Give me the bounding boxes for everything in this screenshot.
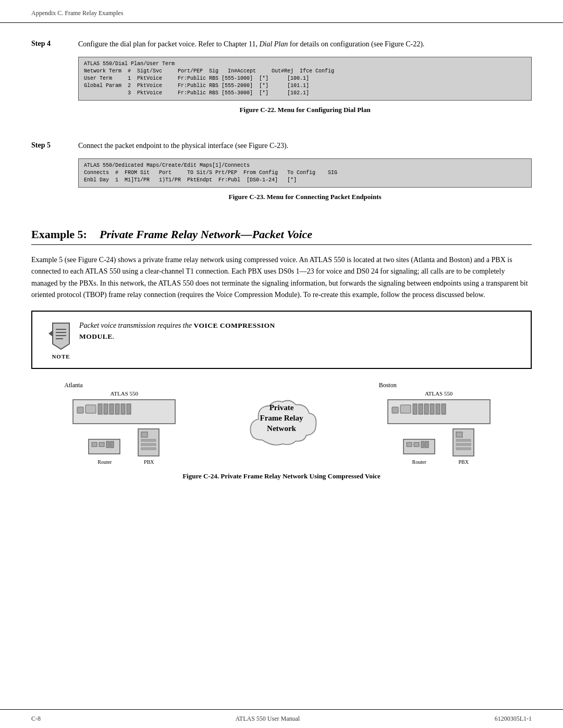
- step-5-caption: Figure C-23. Menu for Connecting Packet …: [78, 192, 532, 202]
- router-svg-boston: [402, 437, 436, 458]
- figure-c24-caption: Figure C-24. Private Frame Relay Network…: [31, 472, 532, 480]
- diagram-area: Atlanta ATLAS 550: [31, 381, 532, 465]
- atlas-550-device-atlanta: [72, 399, 176, 426]
- note-icon: [47, 322, 75, 353]
- svg-rect-26: [392, 407, 398, 413]
- page: Appendix C. Frame Relay Examples Step 4 …: [0, 0, 563, 728]
- atlanta-router-label: Router: [97, 459, 112, 465]
- atlanta-pbx: PBX: [137, 428, 161, 465]
- svg-rect-42: [456, 443, 471, 446]
- step-4-row: Step 4 Configure the dial plan for packe…: [31, 39, 532, 126]
- svg-rect-21: [141, 432, 148, 437]
- main-content: Step 4 Configure the dial plan for packe…: [0, 23, 563, 728]
- svg-rect-12: [115, 404, 119, 414]
- svg-rect-19: [111, 441, 114, 448]
- note-strong1: VOICE COMPRESSION: [193, 322, 275, 329]
- example-label: Example 5:: [31, 228, 87, 241]
- atlanta-pbx-label: PBX: [144, 459, 154, 465]
- step-4-terminal: ATLAS 550/Dial Plan/User Term Network Te…: [78, 57, 532, 101]
- boston-sub-devices: Router PBX: [402, 428, 475, 465]
- boston-pbx: PBX: [452, 428, 475, 465]
- page-footer: C-8 ATLAS 550 User Manual 61200305L1-1: [0, 709, 563, 728]
- example-heading: Example 5: Private Frame Relay Network—P…: [31, 228, 532, 245]
- cloud-area: PrivateFrame RelayNetwork: [235, 381, 328, 434]
- site-atlanta: Atlanta ATLAS 550: [59, 381, 189, 465]
- page-header: Appendix C. Frame Relay Examples: [0, 0, 563, 23]
- note-text: Packet voice transmission requires the V…: [79, 320, 520, 343]
- svg-rect-33: [442, 404, 446, 414]
- site-boston-atlas-label: ATLAS 550: [425, 390, 452, 397]
- step-4-caption: Figure C-22. Menu for Configuring Dial P…: [78, 105, 532, 115]
- step-5-content: Connect the packet endpoint to the physi…: [78, 140, 532, 213]
- svg-rect-41: [456, 439, 471, 441]
- svg-rect-31: [430, 404, 434, 414]
- note-strong2: MODULE: [79, 332, 113, 340]
- svg-rect-23: [141, 443, 156, 446]
- footer-left: C-8: [31, 715, 41, 723]
- note-box: NOTE Packet voice transmission requires …: [31, 311, 532, 369]
- cloud-text: PrivateFrame RelayNetwork: [260, 402, 303, 434]
- step-4-content: Configure the dial plan for packet voice…: [78, 39, 532, 126]
- svg-rect-29: [419, 404, 423, 414]
- svg-rect-22: [141, 439, 156, 441]
- svg-rect-9: [98, 404, 102, 414]
- boston-router-label: Router: [412, 459, 426, 465]
- svg-rect-36: [414, 442, 419, 447]
- svg-rect-32: [436, 404, 440, 414]
- svg-rect-40: [456, 432, 462, 437]
- step-5-row: Step 5 Connect the packet endpoint to th…: [31, 140, 532, 213]
- site-boston: Boston ATLAS 550: [374, 381, 504, 465]
- svg-marker-5: [48, 330, 53, 337]
- svg-rect-16: [92, 442, 97, 447]
- atlanta-sub-devices: Router PBX: [88, 428, 161, 465]
- pbx-svg-atlanta: [137, 428, 161, 458]
- note-text-before: Packet voice transmission requires the: [79, 322, 193, 329]
- step-4-label: Step 4: [31, 39, 78, 48]
- boston-pbx-label: PBX: [458, 459, 468, 465]
- svg-rect-13: [121, 404, 125, 414]
- svg-rect-38: [425, 441, 429, 448]
- note-icon-area: NOTE: [43, 320, 79, 360]
- svg-rect-37: [421, 441, 424, 448]
- site-atlanta-city: Atlanta: [64, 381, 82, 389]
- svg-rect-18: [106, 441, 109, 448]
- example-title: Private Frame Relay Network—Packet Voice: [100, 228, 312, 241]
- pbx-svg-boston: [452, 428, 475, 458]
- svg-rect-14: [127, 404, 131, 414]
- note-label: NOTE: [52, 353, 70, 360]
- svg-rect-8: [85, 405, 96, 413]
- svg-rect-43: [456, 448, 471, 450]
- svg-rect-10: [104, 404, 108, 414]
- step-5-text: Connect the packet endpoint to the physi…: [78, 142, 288, 150]
- site-boston-city: Boston: [379, 381, 397, 389]
- example-body: Example 5 (see Figure C-24) shows a priv…: [31, 254, 532, 301]
- note-text-after: .: [113, 332, 115, 340]
- atlanta-router: Router: [88, 437, 121, 465]
- svg-rect-7: [77, 407, 83, 413]
- footer-center: ATLAS 550 User Manual: [236, 715, 300, 723]
- boston-router: Router: [402, 437, 436, 465]
- step-5-terminal: ATLAS 550/Dedicated Maps/Create/Edit Map…: [78, 158, 532, 188]
- atlas-550-device-boston: [387, 399, 491, 426]
- site-atlanta-atlas-label: ATLAS 550: [111, 390, 138, 397]
- svg-rect-35: [407, 442, 412, 447]
- header-text: Appendix C. Frame Relay Examples: [31, 9, 123, 17]
- svg-rect-30: [424, 404, 429, 414]
- svg-rect-24: [141, 448, 156, 450]
- step-4-text: Configure the dial plan for packet voice…: [78, 40, 424, 48]
- footer-right: 61200305L1-1: [495, 715, 532, 723]
- svg-rect-27: [400, 405, 411, 413]
- router-svg-atlanta: [88, 437, 121, 458]
- svg-rect-11: [109, 404, 114, 414]
- step-5-label: Step 5: [31, 140, 78, 150]
- svg-rect-17: [99, 442, 104, 447]
- svg-rect-28: [413, 404, 417, 414]
